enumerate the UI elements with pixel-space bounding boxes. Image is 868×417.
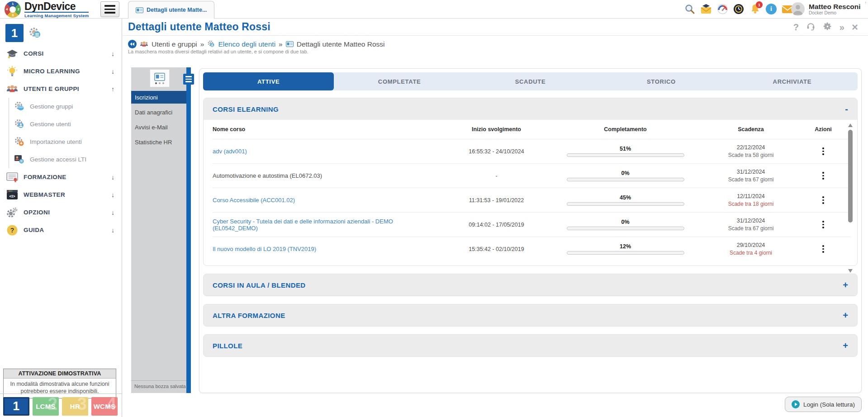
tab-scadute[interactable]: SCADUTE <box>465 72 596 90</box>
inner-nav-iscrizioni[interactable]: Iscrizioni <box>131 91 186 104</box>
scroll-down-icon[interactable] <box>848 269 853 273</box>
progress-bar <box>567 227 684 230</box>
svg-text:<I>: <I> <box>9 194 15 199</box>
tab-archiviate[interactable]: ARCHIVIATE <box>727 72 858 90</box>
close-icon[interactable]: × <box>852 22 858 33</box>
breadcrumb-current: Dettagli utente Matteo Rossi <box>297 40 385 48</box>
sidebar-item-gestione-utenti[interactable]: Gestione utenti <box>9 115 122 133</box>
tile-lcms[interactable]: 2LCMS <box>33 397 59 416</box>
login-readonly-button[interactable]: Login (Sola lettura) <box>785 397 862 412</box>
user-settings-icon <box>29 27 42 39</box>
inner-nav-toggle-icon[interactable] <box>183 74 194 85</box>
help-icon[interactable]: ? <box>793 23 799 32</box>
gauge-icon[interactable] <box>716 3 728 15</box>
expand-icon[interactable]: + <box>843 341 848 351</box>
main-area: Dettagli utente Matteo Rossi ? » × Utent… <box>123 19 868 417</box>
expand-icon[interactable]: + <box>843 310 848 321</box>
breadcrumb-link-elenco-utenti[interactable]: Elenco degli utenti <box>218 40 275 48</box>
dyndevice-pinwheel-icon: 1234 <box>5 1 21 18</box>
sidebar-item-formazione[interactable]: FORMAZIONE ↓ <box>0 168 122 186</box>
progress-label: 0% <box>621 219 629 225</box>
expand-icon[interactable]: + <box>843 280 848 290</box>
sidebar-item-opzioni[interactable]: OPZIONI ↓ <box>0 204 122 221</box>
row-actions-menu-icon[interactable] <box>821 146 826 157</box>
support-headset-icon[interactable] <box>806 22 816 32</box>
expand-icon[interactable]: » <box>840 23 844 32</box>
due-date: 29/10/2024 <box>737 242 765 248</box>
section-altra-formazione[interactable]: ALTRA FORMAZIONE + <box>203 304 858 327</box>
settings-gear-icon[interactable] <box>823 22 832 33</box>
row-actions-menu-icon[interactable] <box>821 243 826 255</box>
row-actions-menu-icon[interactable] <box>821 170 826 181</box>
profile-card-preview[interactable] <box>150 69 170 87</box>
course-link[interactable]: Il nuovo modello di LO 2019 (TNV2019) <box>213 246 439 252</box>
back-icon[interactable] <box>128 40 137 48</box>
elearning-section-header[interactable]: CORSI ELEARNING - <box>204 98 857 120</box>
menu-toggle-button[interactable] <box>100 1 119 17</box>
scroll-up-icon[interactable] <box>848 123 853 127</box>
brand-subtitle: Learning Management System <box>24 12 89 18</box>
sidebar-item-gestione-accessi-lti[interactable]: Gestione accessi LTI <box>9 151 122 168</box>
chevron-down-icon: ↓ <box>111 209 114 216</box>
page-title: Dettagli utente Matteo Rossi <box>128 21 270 33</box>
scrollbar-thumb[interactable] <box>848 130 853 223</box>
user-gear-icon <box>207 40 215 48</box>
chevron-down-icon: ↓ <box>111 174 114 181</box>
progress-bar <box>567 251 684 255</box>
section-corsi-in-aula[interactable]: CORSI IN AULA / BLENDED + <box>203 274 858 296</box>
inner-nav-avvisi-email[interactable]: Avvisi e-Mail <box>131 121 186 133</box>
course-link[interactable]: adv (adv001) <box>213 148 439 155</box>
sidebar-item-webmaster[interactable]: <I> WEBMASTER ↓ <box>0 186 122 204</box>
breadcrumb-item[interactable]: Utenti e gruppi <box>152 40 197 48</box>
course-name: Automotivazione e autostima (EL0672.03) <box>213 172 439 179</box>
tab-attive[interactable]: ATTIVE <box>203 72 334 90</box>
progress-bar <box>567 153 684 157</box>
course-mail-icon[interactable] <box>700 3 712 15</box>
gears-icon <box>6 207 18 218</box>
id-card-icon <box>136 7 143 13</box>
brand-name: DynDevice <box>24 1 89 12</box>
chevron-up-icon: ↑ <box>111 85 114 93</box>
tile-hr[interactable]: 3HR <box>62 397 88 416</box>
progress-label: 0% <box>621 170 629 176</box>
due-date: 12/11/2024 <box>737 193 765 199</box>
tab-storico[interactable]: STORICO <box>596 72 726 90</box>
tile-platform-1[interactable]: 1 <box>3 397 29 416</box>
sidebar-item-guida[interactable]: ? GUIDA ↓ <box>0 221 122 239</box>
search-icon[interactable] <box>684 3 696 15</box>
sidebar-item-corsi[interactable]: CORSI ↓ <box>0 45 122 62</box>
user-name: Matteo Resconi <box>809 3 861 10</box>
sidebar-item-importazione-utenti[interactable]: Importazione utenti <box>9 133 122 151</box>
sidebar-item-micro-learning[interactable]: MICRO LEARNING ↓ <box>0 62 122 80</box>
chevron-down-icon: ↓ <box>111 227 114 234</box>
notifications-bell-icon[interactable]: 1 <box>749 3 761 15</box>
tab-completate[interactable]: COMPLETATE <box>334 72 465 90</box>
content-panel: ATTIVE COMPLETATE SCADUTE STORICO ARCHIV… <box>199 68 862 393</box>
due-note: Scade tra 4 giorni <box>730 250 772 256</box>
sidebar-item-utenti-e-gruppi[interactable]: UTENTI E GRUPPI ↑ <box>0 80 122 98</box>
inner-nav-statistiche-hr[interactable]: Statistiche HR <box>131 136 186 148</box>
table-row: Corso Accessibile (ACC001.02) 11:31:53 -… <box>213 188 851 212</box>
course-link[interactable]: Cyber Security - Tutela dei dati e delle… <box>213 218 439 232</box>
row-actions-menu-icon[interactable] <box>821 219 826 230</box>
section-pillole[interactable]: PILLOLE + <box>203 334 858 357</box>
collapse-icon[interactable]: - <box>845 104 848 114</box>
start-date: 15:35:42 - 02/10/2019 <box>439 246 554 252</box>
user-gear-icon <box>14 119 24 129</box>
users-group-icon <box>140 41 148 48</box>
brand-logo[interactable]: 1234 DynDevice Learning Management Syste… <box>5 1 89 18</box>
info-icon[interactable]: i <box>765 3 777 15</box>
user-menu[interactable]: Matteo Resconi Docker Demo <box>791 2 861 16</box>
chevron-down-icon: ↓ <box>111 50 114 57</box>
sidebar-item-gestione-gruppi[interactable]: Gestione gruppi <box>9 98 122 115</box>
open-document-tab[interactable]: Dettagli utente Matte... <box>128 1 214 19</box>
table-scrollbar[interactable] <box>847 123 854 273</box>
course-link[interactable]: Corso Accessibile (ACC001.02) <box>213 197 439 204</box>
row-actions-menu-icon[interactable] <box>821 194 826 206</box>
lti-access-icon <box>14 154 24 165</box>
product-tiles: 1 2LCMS 3HR 4WCMS <box>3 397 118 416</box>
collapse-arrow-icon[interactable]: ↑ <box>865 0 867 5</box>
history-icon[interactable] <box>733 3 745 15</box>
inner-nav-dati-anagrafici[interactable]: Dati anagrafici <box>131 106 186 118</box>
tile-wcms[interactable]: 4WCMS <box>91 397 118 416</box>
